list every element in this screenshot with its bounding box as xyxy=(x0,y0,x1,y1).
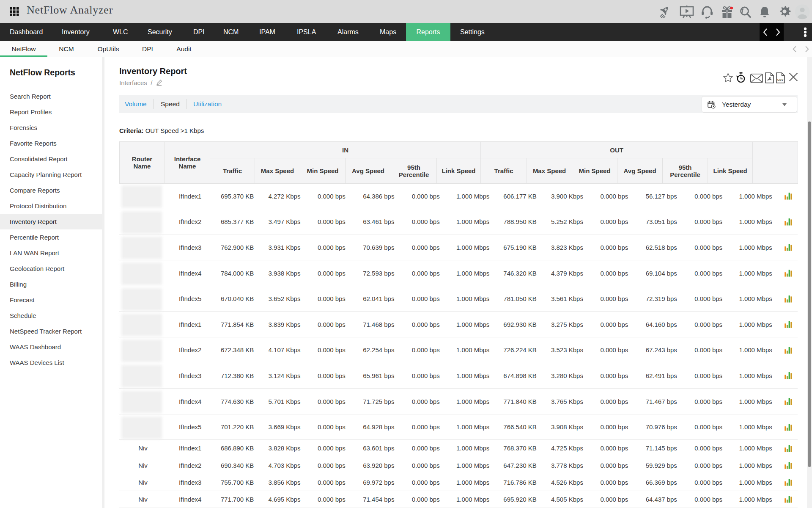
svg-text:CSV: CSV xyxy=(777,78,784,81)
